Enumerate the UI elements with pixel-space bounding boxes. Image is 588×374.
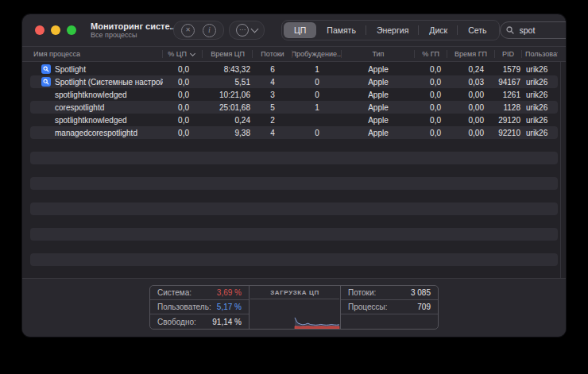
process-counts: Потоки:3 085Процессы:709 (340, 286, 438, 329)
empty-table-row (30, 139, 558, 152)
cell-threads: 6 (253, 65, 292, 74)
table-row[interactable]: corespotlightd0,025:01,6851Apple0,00,001… (30, 101, 558, 114)
cell-user: urik26 (522, 116, 558, 125)
stat-label: Свободно: (157, 318, 196, 326)
cell-pid: 1261 (495, 91, 522, 99)
cell-gputime: 0,00 (447, 116, 495, 125)
empty-table-row (30, 177, 558, 190)
count-label: Процессы: (348, 303, 387, 311)
cell-cpu: 0,0 (163, 103, 203, 112)
cell-cputime: 10:21,06 (203, 91, 253, 99)
cell-cpu: 0,0 (163, 78, 203, 87)
cell-type: Apple (342, 129, 415, 137)
empty-table-row (30, 190, 558, 202)
status-footer: Система:3,69 %Пользователь:5,17 %Свободн… (22, 278, 566, 337)
column-header-gputime[interactable]: Время ГП (447, 47, 495, 61)
count-label: Потоки: (348, 288, 376, 297)
column-header-cpu[interactable]: % ЦП (163, 47, 203, 61)
cell-type: Apple (342, 116, 415, 125)
column-header-pid[interactable]: PID (495, 47, 522, 61)
stat-row: Система:3,69 % (150, 286, 249, 300)
cell-threads: 4 (253, 129, 292, 137)
cell-type: Apple (342, 103, 415, 112)
cell-gputime: 0,00 (447, 103, 495, 112)
cell-wake: 0 (292, 78, 342, 87)
table-row[interactable]: Spotlight0,08:43,3261Apple0,00,241579uri… (30, 63, 558, 75)
cpu-percent-stats: Система:3,69 %Пользователь:5,17 %Свободн… (150, 286, 249, 329)
table-row[interactable]: Spotlight (Системные настройки)0,05,5140… (30, 75, 558, 88)
cell-cputime: 0,24 (203, 116, 253, 125)
cell-gpu: 0,0 (415, 91, 447, 99)
search-input[interactable] (518, 25, 567, 36)
cell-gpu: 0,0 (415, 103, 447, 112)
stat-row: Пользователь:5,17 % (150, 300, 249, 314)
search-field[interactable]: ✕ (500, 21, 567, 39)
cell-name: managedcorespotlightd (30, 128, 163, 137)
ellipsis-circle-icon: ⋯ (236, 24, 249, 37)
title-block: Мониторинг систе... Все процессы (91, 21, 170, 40)
table-row[interactable]: spotlightknowledged0,00,242Apple0,00,002… (30, 114, 558, 126)
cell-user: urik26 (522, 129, 558, 137)
user-load-line (295, 318, 339, 325)
minimize-window-button[interactable] (51, 25, 60, 35)
count-row: Потоки:3 085 (341, 286, 438, 300)
desktop-background: Мониторинг систе... Все процессы ✕ i ⋯ Ц… (0, 0, 588, 374)
column-header-wake[interactable]: Пробуждение... (292, 47, 342, 61)
tab-память[interactable]: Память (316, 22, 366, 38)
column-header-name[interactable]: Имя процесса (30, 47, 163, 61)
cell-threads: 3 (253, 91, 292, 99)
cell-wake: 0 (292, 91, 342, 99)
process-name: managedcorespotlightd (55, 129, 137, 137)
process-name: spotlightknowledged (55, 91, 127, 99)
cell-gputime: 0,00 (447, 129, 495, 137)
empty-table-row (30, 215, 558, 228)
column-header-label: PID (502, 50, 514, 58)
cell-pid: 92210 (495, 129, 522, 137)
icon-spacer (41, 128, 51, 137)
resource-tabs: ЦППамятьЭнергияДискСеть (281, 20, 500, 40)
cpu-stats-box: Система:3,69 %Пользователь:5,17 %Свободн… (149, 285, 439, 330)
column-header-threads[interactable]: Потоки (253, 47, 292, 61)
empty-table-row (30, 202, 558, 215)
table-row[interactable]: spotlightknowledged0,010:21,0630Apple0,0… (30, 88, 558, 101)
column-header-gpu[interactable]: % ГП (415, 47, 447, 61)
view-options-button[interactable]: ⋯ (229, 21, 265, 40)
window-controls (35, 25, 76, 35)
cell-cputime: 8:43,32 (203, 65, 253, 74)
tab-сеть[interactable]: Сеть (458, 22, 497, 38)
column-header-user[interactable]: Пользоват... (522, 47, 558, 61)
inspect-process-button[interactable]: i (203, 24, 216, 37)
cell-gpu: 0,0 (415, 65, 447, 74)
cell-gputime: 0,03 (447, 78, 495, 87)
process-name: Spotlight (55, 65, 86, 74)
cpu-load-graph (250, 310, 340, 329)
column-header-label: Время ЦП (211, 50, 245, 58)
activity-monitor-window: Мониторинг систе... Все процессы ✕ i ⋯ Ц… (22, 14, 566, 337)
cell-cpu: 0,0 (163, 91, 203, 99)
stat-row: Свободно:91,14 % (150, 314, 249, 329)
tab-энергия[interactable]: Энергия (366, 22, 419, 38)
stat-value: 91,14 % (212, 318, 242, 326)
cell-wake: 1 (292, 103, 342, 112)
tab-диск[interactable]: Диск (419, 22, 458, 38)
sort-descending-icon (190, 50, 195, 56)
empty-table-row (30, 253, 558, 266)
table-row[interactable]: managedcorespotlightd0,09,3840Apple0,00,… (30, 126, 558, 139)
window-subtitle: Все процессы (91, 32, 170, 40)
system-load-area (295, 326, 339, 329)
cell-cpu: 0,0 (163, 116, 203, 125)
spotlight-app-icon (41, 77, 51, 87)
cell-type: Apple (342, 78, 415, 87)
tab-цп[interactable]: ЦП (284, 22, 316, 38)
column-header-type[interactable]: Тип (342, 47, 415, 61)
search-icon (506, 26, 514, 34)
process-action-group: ✕ i (173, 21, 224, 40)
column-header-label: % ЦП (168, 50, 187, 58)
zoom-window-button[interactable] (67, 25, 76, 35)
cell-user: urik26 (522, 103, 558, 112)
quit-process-button[interactable]: ✕ (181, 24, 195, 37)
chevron-down-icon (251, 25, 259, 33)
close-window-button[interactable] (35, 25, 44, 35)
window-title: Мониторинг систе... (91, 21, 170, 31)
column-header-cputime[interactable]: Время ЦП (203, 47, 253, 61)
